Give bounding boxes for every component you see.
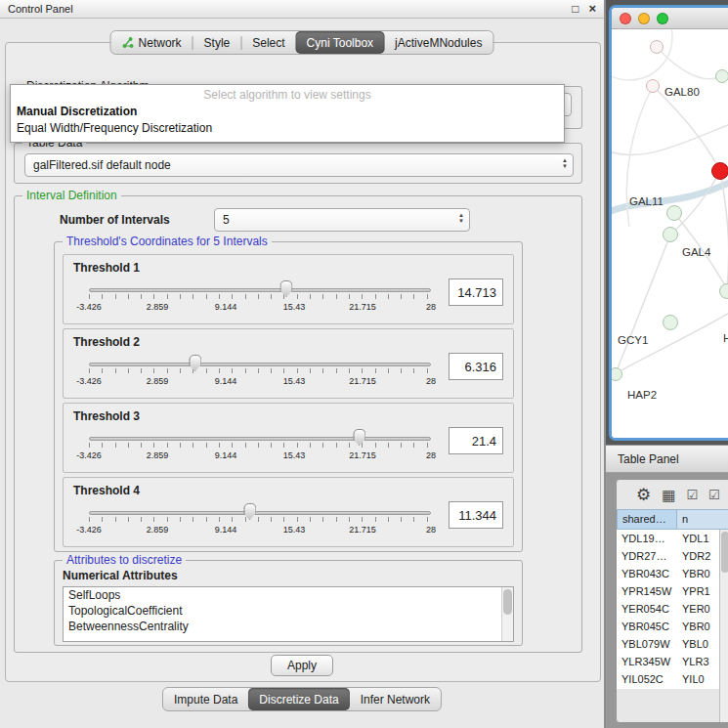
- tab-style[interactable]: Style: [193, 31, 241, 54]
- slider-ticks: [89, 294, 431, 299]
- dropdown-option-manual-discretization[interactable]: Manual Discretization: [11, 104, 564, 120]
- list-item[interactable]: TopologicalCoefficient: [64, 603, 513, 619]
- network-canvas[interactable]: GAL80 GAL11 GAL4 GCY1 HAP2 H: [612, 29, 728, 438]
- scale-label: -3.426: [76, 302, 102, 312]
- float-window-icon[interactable]: □: [572, 3, 578, 15]
- combo-stepper-icon: ▲▼: [562, 157, 568, 169]
- table-row[interactable]: YBR045C YBR0: [617, 618, 728, 635]
- minimize-traffic-light-icon[interactable]: [638, 13, 650, 24]
- tab-discretize-data[interactable]: Discretize Data: [248, 688, 349, 710]
- close-icon[interactable]: ×: [588, 3, 596, 15]
- network-node[interactable]: [715, 69, 728, 83]
- network-node[interactable]: [646, 79, 660, 93]
- network-view-window: GAL80 GAL11 GAL4 GCY1 HAP2 H: [609, 5, 728, 441]
- network-node[interactable]: [666, 205, 682, 221]
- threshold-1-slider[interactable]: [89, 280, 431, 300]
- cell-shared-name: YBR045C: [617, 618, 677, 635]
- zoom-traffic-light-icon[interactable]: [657, 13, 668, 24]
- close-traffic-light-icon[interactable]: [620, 13, 631, 24]
- tab-select[interactable]: Select: [241, 31, 295, 54]
- table-row[interactable]: YDL19… YDL1: [617, 530, 728, 547]
- scale-label: 21.715: [349, 302, 376, 312]
- tab-cyni-toolbox-label: Cyni Toolbox: [307, 36, 373, 50]
- scrollbar-thumb[interactable]: [503, 589, 512, 615]
- scale-label: 21.715: [349, 376, 376, 386]
- scale-label: -3.426: [76, 450, 102, 460]
- tab-jactivemnodules[interactable]: jActiveMNodules: [384, 31, 492, 54]
- tab-infer-network[interactable]: Infer Network: [350, 688, 441, 710]
- threshold-4-slider[interactable]: [89, 503, 431, 523]
- threshold-1-box: Threshold 1 -3.426 2.859 9.144 15.43 21.…: [63, 254, 514, 324]
- column-header-name[interactable]: n: [677, 509, 728, 530]
- threshold-3-slider[interactable]: [89, 429, 431, 449]
- network-node[interactable]: [650, 40, 664, 54]
- table-row[interactable]: YBR043C YBR0: [617, 565, 728, 582]
- algorithm-dropdown-popup: Select algorithm to view settings Manual…: [10, 84, 565, 143]
- table-toolbar: ⚙ ▦ ☑ ☑: [617, 480, 728, 509]
- scrollbar-thumb[interactable]: [721, 532, 728, 573]
- number-of-intervals-combo[interactable]: 5 ▲▼: [214, 208, 470, 232]
- tab-network-label: Network: [139, 36, 182, 50]
- table-panel-title: Table Panel: [618, 452, 679, 466]
- network-node[interactable]: [719, 283, 728, 299]
- table-panel-header[interactable]: Table Panel: [606, 445, 728, 473]
- scale-label: 15.43: [283, 450, 306, 460]
- checkbox-icon[interactable]: ☑: [686, 489, 698, 501]
- attributes-list[interactable]: SelfLoops TopologicalCoefficient Between…: [63, 586, 514, 642]
- number-of-intervals-label: Number of Intervals: [60, 213, 170, 227]
- table-row[interactable]: YDR27… YDR2: [617, 547, 728, 565]
- table-row[interactable]: YLR345W YLR3: [617, 653, 728, 670]
- slider-track: [89, 437, 431, 441]
- list-item[interactable]: SelfLoops: [64, 587, 513, 603]
- table-row[interactable]: YER054C YER0: [617, 600, 728, 618]
- threshold-4-value-field[interactable]: 11.344: [449, 501, 503, 529]
- network-window-titlebar[interactable]: [612, 8, 728, 29]
- threshold-1-value-field[interactable]: 14.713: [449, 278, 503, 306]
- tab-network[interactable]: Network: [111, 31, 193, 54]
- node-label: GCY1: [618, 334, 648, 346]
- table-row[interactable]: YPR145W YPR1: [617, 582, 728, 600]
- table-row[interactable]: YIL052C YIL0: [617, 670, 728, 688]
- scale-label: 21.715: [349, 450, 376, 460]
- interval-definition-group: Interval Definition Number of Intervals …: [14, 195, 582, 653]
- attributes-group: Attributes to discretize Numerical Attri…: [54, 560, 523, 646]
- apply-button[interactable]: Apply: [271, 655, 333, 676]
- table-scrollbar[interactable]: [719, 530, 728, 722]
- checkbox-icon[interactable]: ☑: [708, 489, 720, 501]
- scale-label: 9.144: [215, 450, 237, 460]
- table-data-combo-value: galFiltered.sif default node: [33, 158, 171, 172]
- bottom-tab-bar: Impute Data Discretize Data Infer Networ…: [162, 687, 442, 711]
- table-body: YDL19… YDL1 YDR27… YDR2 YBR043C YBR0 YPR…: [617, 530, 728, 689]
- control-panel-titlebar: Control Panel □ ×: [0, 0, 604, 19]
- threshold-4-label: Threshold 4: [73, 484, 140, 497]
- threshold-2-value-field[interactable]: 6.316: [449, 353, 503, 380]
- tab-impute-data[interactable]: Impute Data: [163, 688, 248, 710]
- table-row[interactable]: YBL079W YBL0: [617, 635, 728, 653]
- threshold-2-label: Threshold 2: [73, 335, 140, 349]
- tab-cyni-toolbox[interactable]: Cyni Toolbox: [296, 31, 384, 54]
- tab-style-label: Style: [204, 36, 231, 50]
- slider-track: [89, 288, 431, 292]
- table-data-combo[interactable]: galFiltered.sif default node ▲▼: [24, 153, 574, 177]
- scale-label: 9.144: [215, 302, 237, 312]
- numerical-attributes-label: Numerical Attributes: [63, 569, 178, 582]
- scale-label: 15.43: [283, 376, 306, 386]
- gear-icon[interactable]: ⚙: [636, 487, 651, 503]
- scale-label: 2.859: [147, 376, 169, 386]
- control-panel: Control Panel □ × Network Style Select C…: [0, 0, 606, 728]
- network-node-selected[interactable]: [711, 162, 728, 180]
- threshold-2-slider[interactable]: [89, 355, 431, 374]
- network-node[interactable]: [663, 315, 678, 330]
- combo-stepper-icon: ▲▼: [458, 212, 464, 224]
- dropdown-option-equal-width-frequency[interactable]: Equal Width/Frequency Discretization: [11, 120, 564, 137]
- threshold-3-label: Threshold 3: [73, 409, 140, 423]
- tab-discretize-data-label: Discretize Data: [259, 693, 338, 707]
- column-header-shared-name[interactable]: shared…: [617, 509, 677, 530]
- list-scrollbar[interactable]: [501, 587, 513, 641]
- scale-label: 15.43: [283, 525, 306, 535]
- list-item[interactable]: BetweennessCentrality: [64, 619, 513, 634]
- tab-infer-network-label: Infer Network: [361, 693, 430, 707]
- columns-icon[interactable]: ▦: [662, 488, 675, 502]
- network-node[interactable]: [663, 227, 678, 242]
- threshold-3-value-field[interactable]: 21.4: [449, 427, 503, 454]
